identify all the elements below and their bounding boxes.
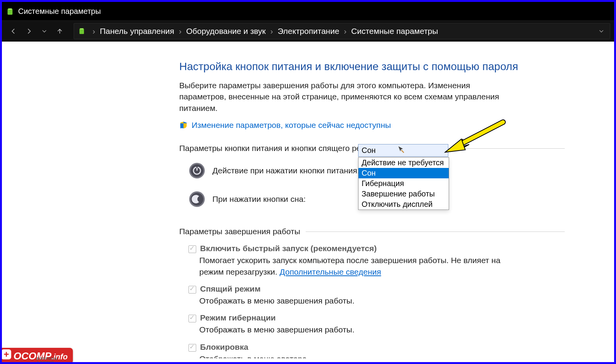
watermark: OCOMP.info ВОПРОСЫ АДМИНУ [0,348,73,364]
page-description: Выберите параметры завершения работы для… [179,80,515,114]
dropdown-option-no-action[interactable]: Действие не требуется [358,158,449,168]
divider [306,231,565,232]
checkbox-disabled-checked [189,315,196,322]
recent-locations-button[interactable] [39,26,50,37]
lock-option-label: Блокировка [200,342,248,352]
checkbox-disabled-checked [189,245,196,253]
address-bar[interactable]: › Панель управления › Оборудование и зву… [74,23,610,39]
section-title: Параметры завершения работы [179,227,300,236]
fast-startup-desc: Помогает ускорить запуск компьютера посл… [199,255,515,277]
svg-rect-4 [196,166,198,168]
hibernate-option: Режим гибернации [189,313,565,322]
shield-icon [179,121,188,129]
titlebar: Системные параметры [2,2,614,20]
battery-icon [6,7,14,15]
chevron-right-icon[interactable]: › [344,27,347,36]
checkbox-disabled-checked [189,344,196,352]
section-title: Параметры кнопки питания и кнопки спящег… [179,144,381,153]
lock-option-desc: Отображать в меню аватара. [199,353,515,358]
hibernate-option-label: Режим гибернации [200,313,276,322]
sleep-option-label: Спящий режим [200,284,261,294]
dropdown-option-hibernate[interactable]: Гибернация [358,178,449,189]
change-unavailable-settings-link[interactable]: Изменение параметров, которые сейчас нед… [192,121,391,130]
chevron-right-icon[interactable]: › [93,27,95,36]
more-info-link[interactable]: Дополнительные сведения [279,267,381,276]
system-settings-window: Системные параметры › Панель управления … [0,0,616,364]
content-area: Настройка кнопок питания и включение защ… [6,45,610,358]
sleep-icon [189,191,205,208]
hibernate-option-desc: Отображать в меню завершения работы. [199,324,515,335]
sleep-option: Спящий режим [189,284,565,294]
breadcrumb-power-options[interactable]: Электропитание [278,27,339,36]
power-icon [189,162,205,179]
fast-startup-option: Включить быстрый запуск (рекомендуется) [189,244,565,253]
power-button-action-dropdown[interactable]: Действие не требуется Сон Гибернация Зав… [358,157,449,210]
fast-startup-label: Включить быстрый запуск (рекомендуется) [200,244,377,253]
window-title: Системные параметры [18,7,101,16]
cursor-icon [397,146,405,155]
svg-marker-7 [445,139,465,152]
chevron-right-icon[interactable]: › [270,27,273,36]
dropdown-option-shutdown[interactable]: Завершение работы [358,189,449,199]
battery-icon [78,27,86,35]
address-dropdown-button[interactable] [597,27,606,36]
power-button-action-combobox[interactable]: Сон [358,144,448,157]
sleep-button-label: При нажатии кнопки сна: [212,195,306,204]
breadcrumb-system-settings[interactable]: Системные параметры [351,27,438,36]
checkbox-disabled-checked [189,286,196,294]
dropdown-option-display-off[interactable]: Отключить дисплей [358,199,449,210]
dropdown-option-sleep[interactable]: Сон [358,168,449,178]
watermark-subtitle: ВОПРОСЫ АДМИНУ [37,357,73,364]
lock-option: Блокировка [189,342,565,352]
annotation-arrow [441,118,507,162]
forward-button[interactable] [24,26,34,37]
page-heading: Настройка кнопок питания и включение защ… [179,60,565,73]
sleep-option-desc: Отображать в меню завершения работы. [199,295,515,306]
navigation-bar: › Панель управления › Оборудование и зву… [2,20,614,42]
up-button[interactable] [54,26,65,37]
combobox-selected-value: Сон [362,146,376,155]
breadcrumb-control-panel[interactable]: Панель управления [100,27,174,36]
power-button-label: Действие при нажатии кнопки питания: [212,166,360,175]
chevron-right-icon[interactable]: › [179,27,182,36]
section-shutdown-settings: Параметры завершения работы [179,227,565,236]
back-button[interactable] [8,26,19,37]
breadcrumb-hardware-sound[interactable]: Оборудование и звук [186,27,266,36]
